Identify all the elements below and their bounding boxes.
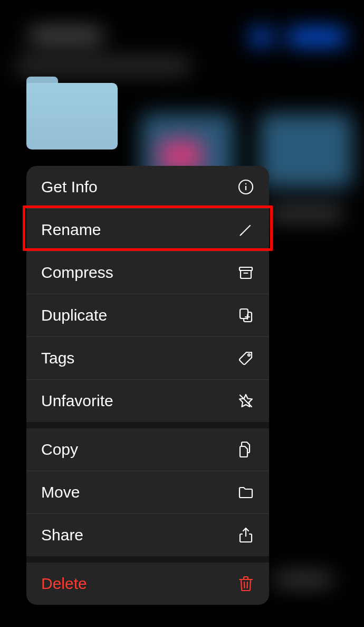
- context-menu: Get Info Rename Compress: [26, 166, 269, 605]
- menu-item-label: Unfavorite: [41, 392, 113, 410]
- svg-line-15: [247, 582, 248, 588]
- menu-item-copy[interactable]: Copy: [26, 428, 269, 471]
- menu-item-share[interactable]: Share: [26, 514, 269, 556]
- archivebox-icon: [237, 264, 254, 281]
- menu-item-tags[interactable]: Tags: [26, 337, 269, 379]
- menu-item-get-info[interactable]: Get Info: [26, 166, 269, 208]
- menu-item-label: Get Info: [41, 178, 98, 196]
- menu-item-label: Compress: [41, 264, 113, 282]
- menu-section-gap: [26, 422, 269, 428]
- menu-item-rename[interactable]: Rename: [26, 209, 269, 251]
- folder-icon[interactable]: [26, 77, 118, 149]
- info-circle-icon: [237, 179, 254, 195]
- menu-item-delete[interactable]: Delete: [26, 563, 269, 605]
- menu-item-unfavorite[interactable]: Unfavorite: [26, 380, 269, 422]
- star-slash-icon: [237, 392, 254, 409]
- doc-on-doc-icon: [237, 441, 254, 458]
- duplicate-icon: [237, 307, 254, 324]
- svg-line-3: [241, 226, 250, 235]
- menu-item-label: Share: [41, 526, 83, 544]
- tag-icon: [237, 350, 254, 367]
- svg-point-1: [245, 183, 246, 184]
- trash-icon: [237, 575, 254, 592]
- menu-item-label: Move: [41, 483, 80, 501]
- share-icon: [237, 527, 254, 544]
- menu-item-label: Delete: [41, 575, 87, 593]
- menu-item-duplicate[interactable]: Duplicate: [26, 294, 269, 336]
- svg-line-14: [244, 582, 245, 588]
- pencil-icon: [237, 221, 254, 238]
- svg-point-10: [248, 354, 250, 356]
- menu-item-move[interactable]: Move: [26, 471, 269, 513]
- svg-rect-5: [240, 267, 252, 270]
- menu-item-label: Rename: [41, 221, 101, 239]
- menu-item-label: Tags: [41, 349, 74, 367]
- menu-item-compress[interactable]: Compress: [26, 251, 269, 294]
- menu-item-label: Copy: [41, 441, 78, 458]
- svg-line-4: [241, 234, 242, 236]
- menu-item-label: Duplicate: [41, 306, 107, 324]
- folder-icon: [237, 484, 254, 501]
- menu-section-gap: [26, 556, 269, 563]
